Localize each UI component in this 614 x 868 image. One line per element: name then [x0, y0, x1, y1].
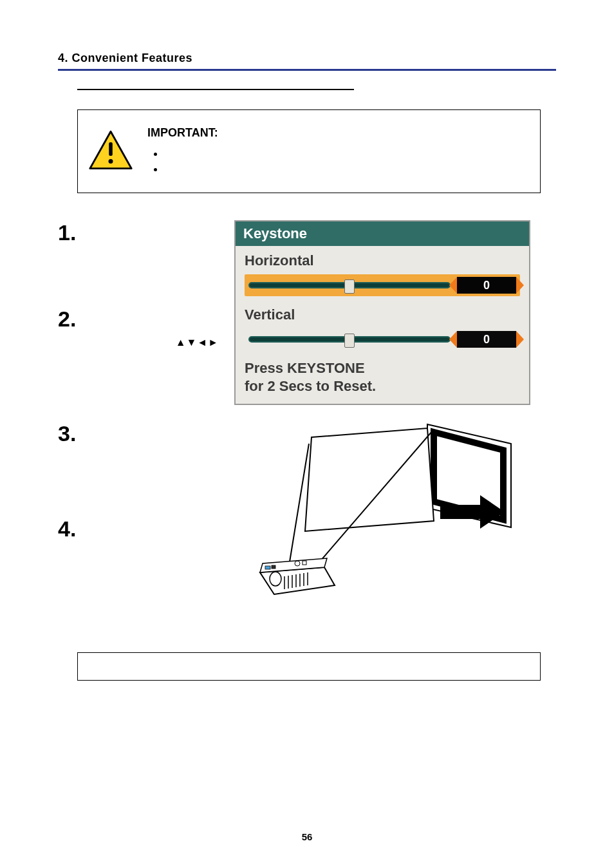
important-callout: IMPORTANT: — [77, 109, 541, 193]
keystone-footer-line1: Press KEYSTONE — [245, 359, 520, 377]
keystone-vertical-section: Vertical 0 — [236, 300, 529, 354]
vertical-value-pill: 0 — [457, 331, 516, 348]
keystone-footer-line2: for 2 Secs to Reset. — [245, 377, 520, 395]
chapter-heading: 4. Convenient Features — [58, 52, 556, 65]
vertical-value: 0 — [483, 333, 490, 346]
important-bullets — [147, 146, 218, 177]
keystone-footer: Press KEYSTONE for 2 Secs to Reset. — [236, 354, 529, 404]
vertical-slider-thumb[interactable] — [344, 334, 355, 348]
section-underline — [77, 89, 354, 90]
horizontal-slider-thumb[interactable] — [344, 279, 355, 294]
horizontal-slider-row[interactable]: 0 — [245, 274, 520, 296]
step-number: 3. — [58, 421, 76, 446]
important-title: IMPORTANT: — [147, 126, 218, 140]
projection-diagram — [234, 418, 530, 605]
page-number: 56 — [0, 831, 614, 842]
note-box — [77, 652, 541, 681]
keystone-osd-panel: Keystone Horizontal 0 Vertical — [234, 220, 530, 405]
vertical-label: Vertical — [245, 307, 520, 323]
important-bullet — [164, 146, 218, 162]
step-number: 1. — [58, 220, 76, 245]
chapter-divider — [58, 69, 556, 71]
step-number: 4. — [58, 516, 76, 542]
important-bullet — [164, 162, 218, 177]
vertical-slider-track[interactable] — [248, 336, 451, 343]
horizontal-label: Horizontal — [245, 252, 520, 269]
vertical-slider-row[interactable]: 0 — [245, 328, 520, 350]
svg-rect-1 — [109, 142, 113, 156]
step-body: ▲▼◄► — [82, 307, 219, 350]
keystone-horizontal-section: Horizontal 0 — [236, 246, 529, 300]
horizontal-slider-track[interactable] — [248, 282, 451, 288]
keystone-panel-title: Keystone — [236, 222, 529, 246]
step-4: 4. — [58, 516, 219, 561]
step-3: 3. — [58, 421, 219, 498]
svg-point-7 — [270, 572, 281, 586]
step-body — [82, 516, 219, 522]
warning-icon — [88, 129, 133, 173]
horizontal-value-pill: 0 — [457, 277, 516, 294]
svg-rect-3 — [440, 505, 480, 519]
svg-rect-18 — [272, 565, 275, 569]
arrow-keys-icon: ▲▼◄► — [176, 337, 219, 348]
svg-rect-17 — [265, 566, 270, 569]
step-body — [82, 421, 219, 426]
step-number: 2. — [58, 307, 76, 332]
step-1: 1. — [58, 220, 219, 288]
projector-icon — [260, 558, 335, 594]
step-2: 2. ▲▼◄► — [58, 307, 219, 403]
horizontal-value: 0 — [483, 279, 490, 292]
svg-point-2 — [109, 159, 113, 164]
svg-line-5 — [287, 444, 309, 578]
step-body — [82, 220, 219, 225]
